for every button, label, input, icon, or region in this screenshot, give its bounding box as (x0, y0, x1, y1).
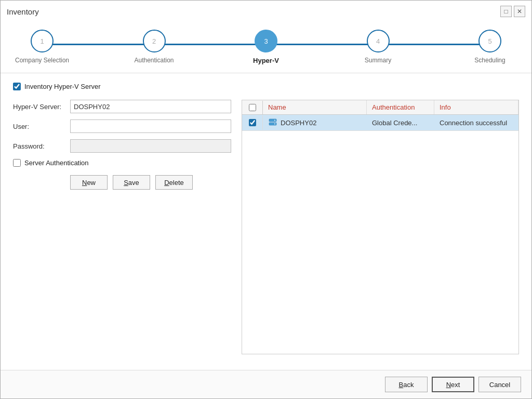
server-row: Hyper-V Server: (13, 100, 231, 113)
form-section: Hyper-V Server: User: Password: Server A… (13, 100, 231, 354)
user-input[interactable] (70, 119, 231, 133)
table-header: Name Authentication Info (242, 100, 518, 115)
server-icon (268, 118, 277, 127)
step-circle-3: 3 (255, 30, 277, 52)
step-summary: 4 Summary (347, 30, 409, 64)
step-authentication: 2 Authentication (123, 30, 185, 64)
step-circle-2: 2 (143, 30, 166, 52)
server-input[interactable] (70, 100, 231, 113)
step-label-5: Scheduling (474, 57, 505, 64)
row-authentication: Global Crede... (367, 116, 434, 130)
server-label: Hyper-V Server: (13, 103, 70, 111)
password-label: Password: (13, 142, 70, 150)
row-name: DOSPHY02 (263, 115, 367, 130)
row-check-cell (242, 115, 263, 130)
step-hyperv: 3 Hyper-V (235, 30, 297, 64)
close-button[interactable]: ✕ (514, 6, 525, 17)
table-body: DOSPHY02 Global Crede... Connection succ… (242, 115, 518, 354)
server-table: Name Authentication Info (242, 100, 519, 354)
row-info: Connection successful (434, 116, 518, 130)
footer: Back Next Cancel (1, 370, 531, 398)
minimize-button[interactable]: □ (500, 6, 512, 17)
inventory-window: Inventory □ ✕ 1 Company Selection 2 Auth… (0, 0, 532, 399)
new-button[interactable]: New (70, 175, 108, 190)
window-title: Inventory (7, 7, 39, 16)
password-input[interactable] (70, 139, 231, 153)
server-auth-label: Server Authentication (24, 159, 89, 167)
inventory-hyperv-label: Inventory Hyper-V Server (24, 83, 101, 90)
server-auth-row: Server Authentication (13, 159, 231, 167)
step-circle-1: 1 (31, 30, 54, 52)
row-name-text: DOSPHY02 (281, 119, 316, 127)
header-checkbox[interactable] (249, 104, 256, 111)
step-circle-5: 5 (478, 30, 501, 52)
back-button[interactable]: Back (385, 377, 428, 392)
step-circle-4: 4 (367, 30, 390, 52)
title-bar: Inventory □ ✕ (1, 1, 531, 20)
step-label-4: Summary (365, 57, 391, 64)
inventory-hyperv-checkbox[interactable] (13, 83, 21, 90)
svg-point-3 (274, 124, 275, 125)
svg-point-2 (274, 120, 275, 121)
user-row: User: (13, 119, 231, 133)
user-label: User: (13, 123, 70, 130)
delete-button[interactable]: Delete (155, 175, 193, 190)
main-area: Hyper-V Server: User: Password: Server A… (13, 100, 519, 354)
wizard-steps: 1 Company Selection 2 Authentication 3 H… (1, 20, 531, 64)
step-label-3: Hyper-V (253, 57, 279, 64)
content-area: Inventory Hyper-V Server Hyper-V Server:… (1, 73, 531, 370)
title-controls: □ ✕ (500, 6, 525, 17)
steps-row: 1 Company Selection 2 Authentication 3 H… (11, 30, 521, 64)
header-authentication: Authentication (367, 100, 434, 114)
next-button[interactable]: Next (432, 377, 474, 392)
save-button[interactable]: Save (113, 175, 150, 190)
step-label-2: Authentication (134, 57, 174, 64)
header-info: Info (434, 100, 518, 114)
inventory-hyperv-row: Inventory Hyper-V Server (13, 83, 519, 90)
table-row[interactable]: DOSPHY02 Global Crede... Connection succ… (242, 115, 518, 131)
header-check-cell (242, 101, 263, 114)
cancel-button[interactable]: Cancel (478, 377, 521, 392)
header-name: Name (263, 100, 367, 114)
password-row: Password: (13, 139, 231, 153)
row-checkbox[interactable] (249, 119, 256, 126)
step-label-1: Company Selection (15, 57, 69, 64)
step-scheduling: 5 Scheduling (459, 30, 521, 64)
server-auth-checkbox[interactable] (13, 159, 21, 167)
form-buttons: New Save Delete (70, 175, 231, 190)
step-company-selection: 1 Company Selection (11, 30, 73, 64)
